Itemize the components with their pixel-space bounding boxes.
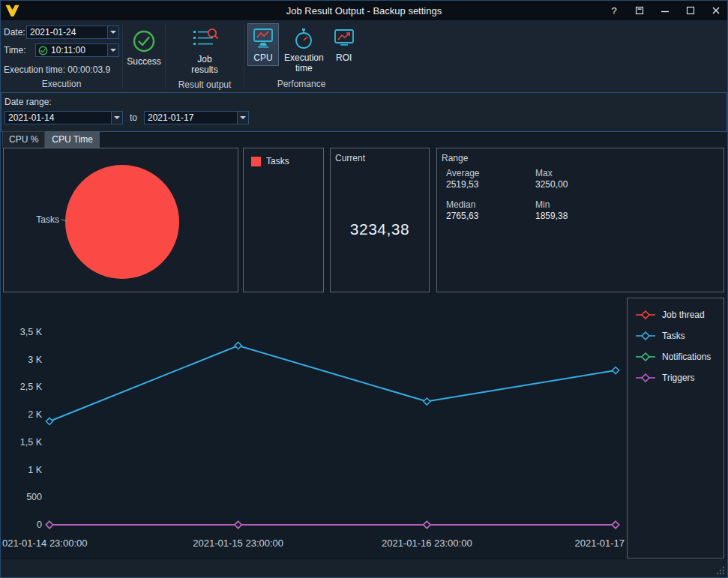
range-stats: Average 2519,53 Max 3250,00 Median 2765,… — [446, 168, 640, 221]
stat-average: Average 2519,53 — [446, 168, 535, 190]
minimize-button[interactable] — [660, 4, 670, 16]
svg-text:3 K: 3 K — [28, 355, 42, 365]
chevron-down-icon[interactable] — [107, 44, 118, 56]
time-label: Time: — [4, 45, 26, 55]
time-value: 10:11:00 — [48, 45, 107, 55]
chart-legend-item-tasks[interactable]: Tasks — [635, 325, 724, 346]
app-window: Job Result Output - Backup settings ? — [0, 0, 728, 578]
ribbon-group-result-output: Job results Result output — [166, 23, 244, 92]
cpu-label: CPU — [253, 53, 272, 64]
pie-legend-item-tasks[interactable]: Tasks — [251, 156, 316, 166]
roi-label: ROI — [336, 53, 352, 64]
resize-grip[interactable] — [715, 565, 726, 576]
maximize-button[interactable] — [685, 4, 696, 16]
tab-cpu-time[interactable]: CPU Time — [45, 131, 100, 148]
chart-legend-item-job-thread[interactable]: Job thread — [635, 304, 724, 325]
minimize-icon — [661, 6, 670, 15]
date-range-from-value: 2021-01-14 — [5, 112, 111, 123]
execution-time-text: Execution time: 00:00:03.9 — [4, 64, 119, 75]
legend-item-label: Notifications — [662, 352, 711, 362]
pie-slice-tasks[interactable] — [65, 165, 179, 279]
execution-time-button[interactable]: Execution time — [280, 23, 328, 76]
summary-panels: Tasks Tasks Current 3234,38 Range Averag… — [1, 148, 727, 295]
success-label: Success — [127, 57, 160, 67]
chart-legend-panel: Job threadTasksNotificationsTriggers — [627, 298, 724, 559]
legend-item-label: Tasks — [662, 331, 685, 341]
cpu-chart-icon — [251, 27, 275, 49]
status-bar — [1, 559, 727, 577]
legend-item-label: Tasks — [266, 156, 289, 166]
help-button[interactable]: ? — [609, 4, 619, 16]
date-range-to-word: to — [130, 112, 137, 123]
current-panel: Current 3234,38 — [330, 148, 430, 292]
ribbon-group-performance: CPU Execution time — [244, 23, 358, 92]
cpu-button[interactable]: CPU — [247, 23, 279, 66]
current-panel-title: Current — [335, 153, 365, 163]
svg-text:2021-01-16 23:00:00: 2021-01-16 23:00:00 — [382, 538, 472, 549]
legend-line-marker-icon — [635, 310, 656, 319]
pie-slice-label: Tasks — [36, 214, 59, 225]
pie-chart: Tasks — [4, 148, 238, 292]
chart-legend-item-triggers[interactable]: Triggers — [635, 367, 724, 388]
date-range-label: Date range: — [4, 97, 727, 107]
svg-text:2 K: 2 K — [28, 409, 42, 420]
time-dropdown[interactable]: 10:11:00 — [35, 43, 119, 57]
svg-text:021-01-14 23:00:00: 021-01-14 23:00:00 — [2, 538, 87, 549]
chevron-down-icon[interactable] — [237, 112, 248, 124]
view-tabs: CPU % CPU Time — [2, 132, 100, 148]
maximize-icon — [686, 6, 695, 15]
svg-text:2,5 K: 2,5 K — [20, 382, 43, 392]
float-window-icon — [635, 6, 644, 15]
roi-chart-icon — [333, 27, 355, 49]
date-range-to-dropdown[interactable]: 2021-01-17 — [144, 111, 249, 124]
svg-text:2021-01-17: 2021-01-17 — [575, 538, 625, 549]
range-panel-title: Range — [442, 153, 468, 163]
stat-median: Median 2765,63 — [446, 199, 535, 221]
chevron-down-icon[interactable] — [111, 112, 122, 124]
app-logo-icon — [4, 4, 20, 17]
chevron-down-icon[interactable] — [107, 26, 118, 38]
roi-button[interactable]: ROI — [329, 23, 359, 66]
job-results-label: Job results — [183, 55, 226, 76]
float-window-button[interactable] — [634, 4, 645, 16]
pie-legend-panel: Tasks — [243, 148, 324, 292]
svg-text:2021-01-15 23:00:00: 2021-01-15 23:00:00 — [193, 538, 283, 549]
date-label: Date: — [4, 27, 25, 37]
pie-chart-panel: Tasks — [3, 148, 238, 292]
date-dropdown[interactable]: 2021-01-24 — [26, 25, 119, 39]
legend-line-marker-icon — [635, 331, 656, 340]
window-controls: ? — [609, 1, 721, 20]
current-value: 3234,38 — [331, 220, 429, 238]
success-check-icon — [132, 29, 156, 53]
time-check-icon — [38, 46, 48, 55]
chart-legend-item-notifications[interactable]: Notifications — [635, 346, 724, 367]
svg-text:1,5 K: 1,5 K — [20, 437, 43, 448]
ribbon-group-execution: Date: 2021-01-24 Time: 10:11:00 — [1, 23, 122, 92]
svg-text:500: 500 — [26, 492, 42, 502]
tab-cpu-percent[interactable]: CPU % — [2, 131, 45, 148]
job-results-button[interactable]: Job results — [179, 23, 230, 78]
execution-time-button-label: Execution time — [284, 53, 324, 74]
stopwatch-icon — [292, 27, 315, 49]
ribbon: Date: 2021-01-24 Time: 10:11:00 — [1, 20, 727, 92]
legend-item-label: Job thread — [662, 310, 705, 320]
legend-line-marker-icon — [635, 373, 656, 382]
close-button[interactable] — [711, 4, 721, 16]
legend-line-marker-icon — [635, 352, 656, 361]
app-logo — [1, 1, 23, 20]
date-range-panel: Date range: 2021-01-14 to 2021-01-17 — [1, 92, 727, 132]
svg-text:0: 0 — [37, 520, 42, 530]
title-bar: Job Result Output - Backup settings ? — [1, 1, 727, 20]
svg-text:1 K: 1 K — [28, 465, 42, 475]
group-caption-performance: Perfomance — [244, 77, 358, 92]
group-caption-result-output: Result output — [178, 78, 232, 93]
stat-min: Min 1859,38 — [535, 199, 640, 221]
line-chart[interactable]: 3,5 K3 K2,5 K2 K1,5 K1 K5000021-01-14 23… — [1, 298, 627, 559]
legend-color-swatch — [251, 157, 261, 166]
svg-text:3,5 K: 3,5 K — [20, 327, 43, 337]
range-panel: Range Average 2519,53 Max 3250,00 Median… — [436, 148, 724, 292]
line-chart-section: 3,5 K3 K2,5 K2 K1,5 K1 K5000021-01-14 23… — [1, 298, 727, 559]
job-results-icon — [190, 27, 219, 51]
date-range-from-dropdown[interactable]: 2021-01-14 — [4, 111, 123, 124]
stat-max: Max 3250,00 — [535, 168, 640, 190]
